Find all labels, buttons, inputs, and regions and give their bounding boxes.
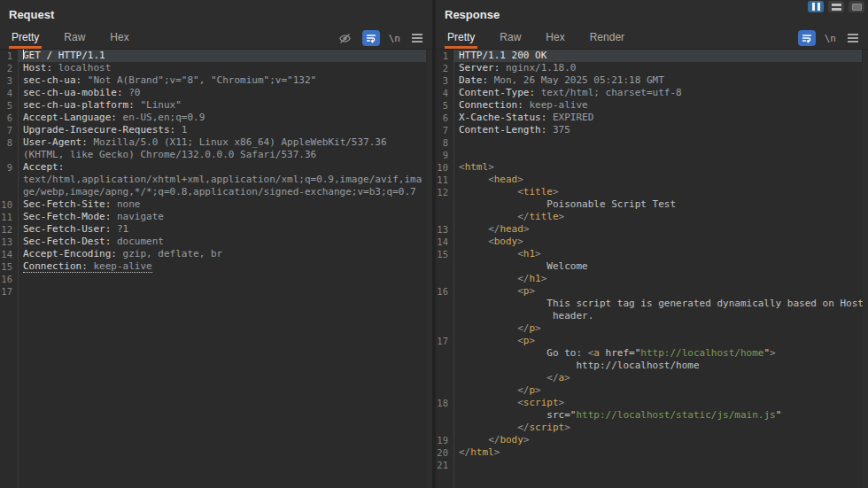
code-text[interactable]: Date: Mon, 26 May 2025 05:21:18 GMT <box>453 74 862 87</box>
code-text[interactable]: Go to: <a href="http://localhost/home"> <box>453 347 862 360</box>
code-line-3[interactable]: 3sec-ch-ua: "Not A(Brand";v="8", "Chromi… <box>0 74 432 87</box>
code-line-9[interactable]: 9 <box>436 149 868 161</box>
code-text[interactable]: Accept-Encoding: gzip, deflate, br <box>18 248 426 260</box>
code-line-7[interactable]: 7Upgrade-Insecure-Requests: 1 <box>0 124 432 136</box>
code-text[interactable]: This script tag is generated dynamically… <box>453 298 864 310</box>
code-line-16[interactable]: 16 <p> <box>436 285 868 298</box>
code-line-17[interactable]: 17 <box>0 285 432 298</box>
code-line[interactable]: </h1> <box>436 273 868 285</box>
code-text[interactable] <box>453 149 862 161</box>
code-line-21[interactable]: 21 <box>436 459 868 471</box>
code-text[interactable]: Connection: keep-alive <box>18 260 426 273</box>
code-line-5[interactable]: 5sec-ch-ua-platform: "Linux" <box>0 99 432 112</box>
code-text[interactable]: sec-ch-ua: "Not A(Brand";v="8", "Chromiu… <box>18 74 426 87</box>
code-text[interactable]: Poisonable Script Test <box>453 198 862 211</box>
code-text[interactable]: Content-Length: 375 <box>453 124 862 136</box>
code-line-8[interactable]: 8User-Agent: Mozilla/5.0 (X11; Linux x86… <box>0 136 432 149</box>
code-line-20[interactable]: 20</html> <box>436 446 868 459</box>
code-text[interactable]: text/html,application/xhtml+xml,applicat… <box>18 174 426 186</box>
code-text[interactable]: sec-ch-ua-platform: "Linux" <box>18 99 426 112</box>
code-text[interactable]: src="http://localhost/static/js/main.js" <box>453 409 862 422</box>
code-line[interactable]: header. <box>436 310 868 322</box>
code-text[interactable]: User-Agent: Mozilla/5.0 (X11; Linux x86_… <box>18 136 426 149</box>
response-tab-render[interactable]: Render <box>587 27 627 49</box>
code-line-13[interactable]: 13Sec-Fetch-Dest: document <box>0 236 432 248</box>
code-text[interactable]: header. <box>453 310 862 322</box>
code-text[interactable]: Welcome <box>453 260 862 273</box>
code-text[interactable]: Content-Type: text/html; charset=utf-8 <box>453 87 862 99</box>
code-text[interactable]: </p> <box>453 384 862 397</box>
code-text[interactable]: </p> <box>453 322 862 335</box>
code-text[interactable]: X-Cache-Status: EXPIRED <box>453 112 862 124</box>
code-line[interactable]: (KHTML, like Gecko) Chrome/132.0.0.0 Saf… <box>0 149 432 161</box>
request-tab-pretty[interactable]: Pretty <box>9 27 42 49</box>
code-line-15[interactable]: 15 <h1> <box>436 248 868 260</box>
code-text[interactable]: </a> <box>453 372 862 384</box>
code-text[interactable]: Server: nginx/1.18.0 <box>453 62 862 74</box>
code-line-15[interactable]: 15Connection: keep-alive <box>0 260 432 273</box>
response-editor[interactable]: 1HTTP/1.1 200 OK2Server: nginx/1.18.03Da… <box>436 50 868 488</box>
word-wrap-button[interactable] <box>798 30 816 46</box>
code-line[interactable]: Poisonable Script Test <box>436 198 868 211</box>
code-text[interactable]: Sec-Fetch-Mode: navigate <box>18 211 426 223</box>
request-tab-hex[interactable]: Hex <box>107 27 131 49</box>
code-text[interactable]: <title> <box>453 186 862 198</box>
newline-toggle[interactable]: \n <box>825 33 836 44</box>
newline-toggle[interactable]: \n <box>389 33 400 44</box>
code-text[interactable]: http://localhost/home <box>453 360 862 372</box>
code-line[interactable]: ge/webp,image/apng,*/*;q=0.8,application… <box>0 186 432 198</box>
code-line-6[interactable]: 6Accept-Language: en-US,en;q=0.9 <box>0 112 432 124</box>
code-text[interactable]: HTTP/1.1 200 OK <box>453 50 862 62</box>
rows-layout-button[interactable] <box>828 1 844 12</box>
code-text[interactable]: <body> <box>453 236 862 248</box>
code-line[interactable]: Go to: <a href="http://localhost/home"> <box>436 347 868 360</box>
code-line-7[interactable]: 7Content-Length: 375 <box>436 124 868 136</box>
code-line-10[interactable]: 10<html> <box>436 161 868 174</box>
code-line-13[interactable]: 13 </head> <box>436 223 868 236</box>
code-line[interactable]: text/html,application/xhtml+xml,applicat… <box>0 174 432 186</box>
code-line-4[interactable]: 4Content-Type: text/html; charset=utf-8 <box>436 87 868 99</box>
code-line[interactable]: </p> <box>436 384 868 397</box>
code-text[interactable]: ge/webp,image/apng,*/*;q=0.8,application… <box>18 186 426 198</box>
code-text[interactable]: Accept: <box>18 161 426 174</box>
code-line-4[interactable]: 4sec-ch-ua-mobile: ?0 <box>0 87 432 99</box>
code-line-14[interactable]: 14Accept-Encoding: gzip, deflate, br <box>0 248 432 260</box>
code-line-8[interactable]: 8 <box>436 136 868 149</box>
code-text[interactable]: </title> <box>453 211 862 223</box>
code-text[interactable]: <head> <box>453 174 862 186</box>
code-text[interactable]: Upgrade-Insecure-Requests: 1 <box>18 124 426 136</box>
code-text[interactable]: </body> <box>453 434 862 446</box>
code-text[interactable]: <p> <box>453 285 862 298</box>
columns-layout-button[interactable] <box>808 1 824 12</box>
code-text[interactable] <box>18 273 426 285</box>
request-editor[interactable]: 1GET / HTTP/1.12Host: localhost3sec-ch-u… <box>0 50 432 488</box>
eye-off-icon[interactable] <box>337 30 353 46</box>
code-line[interactable]: This script tag is generated dynamically… <box>436 298 868 310</box>
code-line-2[interactable]: 2Server: nginx/1.18.0 <box>436 62 868 74</box>
single-pane-layout-button[interactable] <box>849 1 864 12</box>
code-line-9[interactable]: 9Accept: <box>0 161 432 174</box>
code-line-11[interactable]: 11 <head> <box>436 174 868 186</box>
code-text[interactable] <box>453 459 862 471</box>
code-text[interactable]: </h1> <box>453 273 862 285</box>
code-line-12[interactable]: 12Sec-Fetch-User: ?1 <box>0 223 432 236</box>
request-scrollbar[interactable] <box>427 50 432 488</box>
code-text[interactable]: <p> <box>453 335 862 347</box>
code-text[interactable]: GET / HTTP/1.1 <box>18 50 426 62</box>
code-line-12[interactable]: 12 <title> <box>436 186 868 198</box>
code-text[interactable]: Sec-Fetch-User: ?1 <box>18 223 426 236</box>
code-text[interactable]: <h1> <box>453 248 862 260</box>
code-line-18[interactable]: 18 <script> <box>436 397 868 409</box>
code-line-3[interactable]: 3Date: Mon, 26 May 2025 05:21:18 GMT <box>436 74 868 87</box>
code-line-11[interactable]: 11Sec-Fetch-Mode: navigate <box>0 211 432 223</box>
word-wrap-button[interactable] <box>362 30 380 46</box>
code-line-2[interactable]: 2Host: localhost <box>0 62 432 74</box>
code-line-19[interactable]: 19 </body> <box>436 434 868 446</box>
code-line-14[interactable]: 14 <body> <box>436 236 868 248</box>
code-text[interactable]: <script> <box>453 397 862 409</box>
response-tab-raw[interactable]: Raw <box>497 27 523 49</box>
code-line-1[interactable]: 1GET / HTTP/1.1 <box>0 50 432 62</box>
menu-icon[interactable] <box>845 30 861 46</box>
code-line[interactable]: </p> <box>436 322 868 335</box>
code-line[interactable]: src="http://localhost/static/js/main.js" <box>436 409 868 422</box>
